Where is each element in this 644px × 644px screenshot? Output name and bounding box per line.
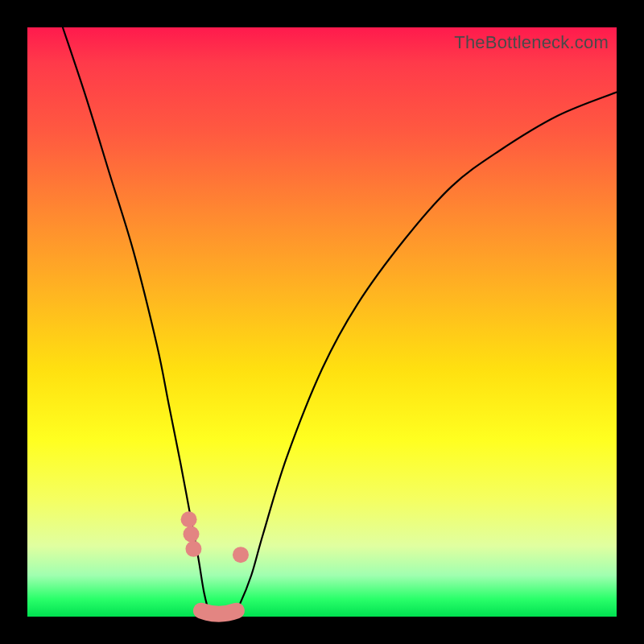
bottleneck-curve	[27, 27, 617, 617]
curve-line	[63, 27, 617, 617]
plot-area: TheBottleneck.com	[27, 27, 617, 617]
marker-group	[181, 511, 249, 563]
marker-segment	[201, 611, 237, 614]
marker-dot	[183, 526, 199, 543]
marker-dot	[181, 511, 197, 527]
marker-dot	[185, 541, 201, 557]
chart-frame: TheBottleneck.com	[0, 0, 644, 644]
marker-dot	[233, 547, 249, 563]
